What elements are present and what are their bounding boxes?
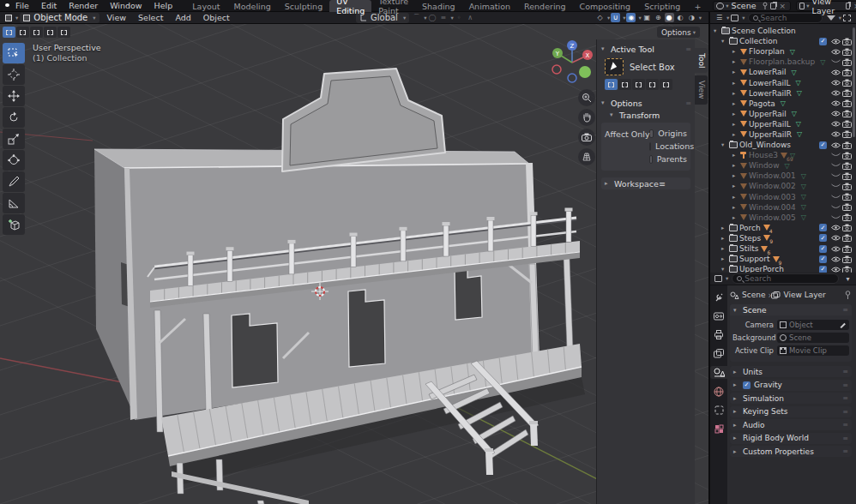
property-value-field[interactable]: Object xyxy=(777,320,849,330)
view-layer-selector[interactable]: ▾ View Layer × xyxy=(796,1,856,11)
properties-search-input[interactable] xyxy=(744,274,794,283)
exclude-checkbox[interactable]: ✓ xyxy=(819,234,827,242)
hidden-eye-icon[interactable] xyxy=(830,59,841,64)
collapsed-panel[interactable]: ▸ Custom Properties ≡ xyxy=(730,446,852,457)
hide-eye-icon[interactable] xyxy=(830,246,841,252)
expand-arrow-icon[interactable]: ▸ xyxy=(732,214,738,221)
menu-item[interactable]: Render xyxy=(63,1,104,10)
outliner-row[interactable]: ▾ Collection ✓ xyxy=(710,36,856,46)
mode-selector[interactable]: Object Mode ▾ xyxy=(20,13,99,23)
menu-item[interactable]: Edit xyxy=(35,1,63,10)
tab-view-layer[interactable] xyxy=(710,347,727,360)
expand-arrow-icon[interactable]: ▸ xyxy=(732,69,738,75)
outliner-scrollbar[interactable] xyxy=(853,27,855,137)
material-shading-icon[interactable]: ◐ xyxy=(676,13,685,22)
expand-arrow-icon[interactable]: ▸ xyxy=(732,90,738,97)
expand-arrow-icon[interactable]: ▾ xyxy=(721,141,727,148)
hide-eye-icon[interactable] xyxy=(830,39,841,45)
workspace-tab[interactable]: + xyxy=(687,0,708,12)
affect-checkbox-row[interactable]: Parents xyxy=(649,153,687,165)
render-camera-icon[interactable] xyxy=(841,213,853,221)
gravity-checkbox[interactable]: ✓ xyxy=(743,381,751,389)
viewport-menu-item[interactable]: Object xyxy=(197,13,236,22)
outliner-row[interactable]: ▸ Window.001 ▽ xyxy=(710,171,856,181)
exclude-checkbox[interactable]: ✓ xyxy=(819,141,827,149)
expand-arrow-icon[interactable]: ▸ xyxy=(732,48,738,55)
hide-eye-icon[interactable] xyxy=(830,49,841,55)
expand-arrow-icon[interactable]: ▸ xyxy=(732,80,738,87)
hide-eye-icon[interactable] xyxy=(830,256,841,262)
transform-subpanel-header[interactable]: ▾Transform xyxy=(601,109,690,121)
properties-type-icon[interactable] xyxy=(714,274,723,284)
sidebar-tab[interactable]: View xyxy=(695,75,708,104)
hidden-eye-icon[interactable] xyxy=(830,153,841,158)
properties-search[interactable] xyxy=(732,273,839,284)
outliner-row[interactable]: ▸ Stilts 6 ✓ xyxy=(710,243,856,254)
exclude-checkbox[interactable]: ✓ xyxy=(819,245,827,253)
workspace-tab[interactable]: Scripting xyxy=(637,0,687,12)
breadcrumb-scene[interactable]: Scene xyxy=(742,291,765,299)
workspace-tab[interactable]: Compositing xyxy=(573,0,638,12)
outliner-row[interactable]: ▸ Window ▽ xyxy=(710,160,856,171)
breadcrumb-view-layer[interactable]: View Layer xyxy=(783,291,825,299)
workspace-tab[interactable]: Sculpting xyxy=(278,0,329,12)
overlays-icon[interactable]: ◉ xyxy=(626,13,636,22)
hide-eye-icon[interactable] xyxy=(830,69,841,75)
hidden-eye-icon[interactable] xyxy=(830,195,841,200)
collapsed-panel[interactable]: ▸ ✓ Gravity ≡ xyxy=(730,380,852,391)
tab-tool[interactable] xyxy=(710,291,727,303)
tab-output[interactable] xyxy=(710,328,727,341)
render-camera-icon[interactable] xyxy=(841,152,853,159)
building-model[interactable] xyxy=(94,69,585,504)
select-new-button[interactable] xyxy=(605,79,618,90)
gizmo-toggle-icon[interactable]: ◇ xyxy=(595,13,605,22)
close-icon[interactable]: × xyxy=(778,2,788,10)
viewport-menu-item[interactable]: Select xyxy=(132,13,169,22)
navigation-gizmo[interactable]: Z X Y xyxy=(547,36,597,86)
hide-eye-icon[interactable] xyxy=(830,121,841,127)
outliner-row[interactable]: ▸ LowerRail ▽ xyxy=(710,67,856,77)
expand-arrow-icon[interactable]: ▸ xyxy=(732,111,738,117)
workspace-tab[interactable]: Modeling xyxy=(227,0,278,12)
expand-arrow-icon[interactable]: ▸ xyxy=(732,172,738,179)
scene-panel-header[interactable]: ▾Scene≡ xyxy=(730,304,852,315)
options-panel-header[interactable]: ▾Options≡ xyxy=(601,97,690,109)
axis-neg-x-ball[interactable] xyxy=(552,65,561,74)
render-camera-icon[interactable] xyxy=(841,48,853,56)
display-mode-icon[interactable] xyxy=(730,13,739,22)
falloff-icon[interactable]: ≡ xyxy=(438,13,448,22)
affect-checkbox-row[interactable]: Locations xyxy=(649,140,687,153)
expand-arrow-icon[interactable]: ▸ xyxy=(732,183,738,189)
zoom-icon[interactable] xyxy=(578,89,595,106)
snap-target-icon[interactable]: ⌒ xyxy=(412,13,421,22)
render-camera-icon[interactable] xyxy=(841,172,853,180)
hide-eye-icon[interactable] xyxy=(830,142,841,148)
collapsed-panel[interactable]: ▸ Simulation ≡ xyxy=(730,393,852,404)
render-camera-icon[interactable] xyxy=(841,99,853,107)
outliner-row[interactable]: ▸ UpperRail ▽ xyxy=(710,109,856,119)
exclude-checkbox[interactable]: ✓ xyxy=(819,255,827,263)
hide-eye-icon[interactable] xyxy=(830,90,841,96)
expand-arrow-icon[interactable]: ▸ xyxy=(732,58,738,65)
cursor-tool[interactable] xyxy=(3,64,25,85)
expand-arrow-icon[interactable]: ▾ xyxy=(714,27,720,34)
select-box-tool[interactable] xyxy=(3,43,25,63)
outliner-search-input[interactable] xyxy=(761,14,811,22)
outliner-row[interactable]: ▸ Window.004 ▽ xyxy=(710,202,856,213)
select-intersect-button[interactable] xyxy=(660,79,672,90)
wireframe-shading-icon[interactable]: ⊕ xyxy=(654,13,663,22)
hide-eye-icon[interactable] xyxy=(830,225,841,231)
collapsed-panel[interactable]: ▸ Keying Sets ≡ xyxy=(730,406,852,417)
tab-scene[interactable] xyxy=(710,366,727,379)
workspace-tab[interactable]: Animation xyxy=(462,0,517,12)
camera-view-icon[interactable] xyxy=(578,129,595,146)
render-camera-icon[interactable] xyxy=(841,58,853,66)
outliner-row[interactable]: ▾ UpperPorch ✓ xyxy=(710,264,856,273)
property-value-field[interactable]: Movie Clip xyxy=(777,345,849,356)
collapsed-panel[interactable]: ▸ Audio ≡ xyxy=(730,419,852,430)
hidden-eye-icon[interactable] xyxy=(830,205,841,210)
outliner-row[interactable]: ▸ Pagota ▽ xyxy=(710,99,856,109)
render-camera-icon[interactable] xyxy=(841,193,853,201)
expand-arrow-icon[interactable]: ▾ xyxy=(721,266,727,273)
render-camera-icon[interactable] xyxy=(841,183,853,190)
